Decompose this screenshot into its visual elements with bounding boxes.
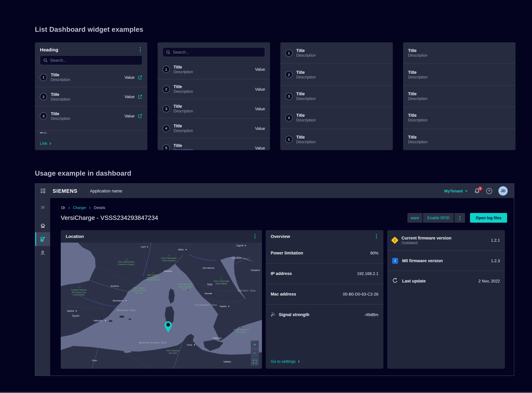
tenant-selector[interactable]: MyTenant bbox=[444, 189, 468, 193]
list-item[interactable]: TitleDescription bbox=[403, 107, 516, 128]
user-avatar[interactable]: JD bbox=[498, 186, 508, 196]
chevron-down-icon bbox=[465, 190, 468, 192]
map-label-park: Parco NazionaleGran Paradiso bbox=[161, 257, 177, 262]
list-item[interactable]: 1TitleDescriptionValue bbox=[35, 68, 147, 87]
widget-footer-link[interactable]: Link bbox=[40, 141, 51, 146]
item-number-badge: 1 bbox=[163, 66, 170, 73]
item-title: Title bbox=[51, 73, 70, 77]
list-item[interactable]: 4TitleDescription bbox=[280, 107, 393, 128]
list-item[interactable]: 3TitleDescription bbox=[280, 85, 393, 107]
map-label-sea: Balearic Sea bbox=[117, 309, 135, 312]
sidebar-item-home[interactable] bbox=[35, 219, 50, 232]
map-city-dot bbox=[76, 310, 77, 311]
list-item[interactable]: 2TitleDescriptionValue bbox=[35, 87, 147, 106]
list-item[interactable]: 5TitleDescription bbox=[280, 128, 393, 150]
map-canvas[interactable]: Balearic SeaTyrrhenian SeaAdriatic SeaMe… bbox=[61, 243, 262, 369]
sidebar-expand-button[interactable] bbox=[35, 201, 50, 214]
item-title: Title bbox=[51, 92, 70, 97]
kebab-menu-icon[interactable] bbox=[137, 47, 143, 52]
firmware-value: 1.2.1 bbox=[491, 238, 500, 243]
go-to-settings-link[interactable]: Go to settings bbox=[271, 359, 300, 364]
search-icon bbox=[166, 50, 170, 54]
sidebar-item-charger[interactable] bbox=[35, 232, 50, 246]
list-item[interactable]: 1TitleDescriptionValue bbox=[158, 59, 270, 79]
double-chevron-right-icon bbox=[40, 205, 45, 210]
list-item[interactable]: TitleDescription bbox=[403, 85, 516, 107]
page-actions: ware Enable RFID Open log files bbox=[407, 213, 507, 223]
item-value: Value bbox=[255, 106, 265, 111]
kebab-menu-icon[interactable] bbox=[374, 234, 379, 239]
external-link-icon[interactable] bbox=[138, 75, 142, 79]
breadcrumb-root-icon[interactable] bbox=[61, 206, 65, 210]
app-launcher-icon[interactable] bbox=[41, 189, 45, 193]
item-description: Description bbox=[51, 78, 70, 82]
item-title: Title bbox=[408, 113, 428, 118]
list-item[interactable]: TitleDescription bbox=[403, 128, 516, 150]
item-number-badge: 5 bbox=[285, 136, 292, 143]
item-title: Title bbox=[296, 70, 316, 75]
list-item[interactable]: 4TitleDescriptionValue bbox=[158, 118, 270, 138]
item-number-badge: 3 bbox=[285, 93, 292, 100]
item-title: Title bbox=[408, 48, 428, 53]
list-item[interactable]: 3TitleDescriptionValue bbox=[158, 99, 270, 118]
firmware-row: iM0 firmware version1.2.3 bbox=[387, 250, 505, 271]
list-item[interactable]: 5TitleDescriptionValue bbox=[158, 138, 270, 150]
item-value: Value bbox=[255, 146, 265, 150]
chevron-right-icon bbox=[68, 206, 70, 209]
more-actions-kebab-icon[interactable] bbox=[455, 213, 465, 223]
chevron-right-icon bbox=[298, 360, 300, 363]
map-city-dot bbox=[211, 293, 212, 294]
item-description: Description bbox=[51, 116, 70, 121]
list-item[interactable]: TitleDescription bbox=[403, 64, 516, 85]
fullscreen-button[interactable] bbox=[251, 358, 259, 366]
item-number-badge: 1 bbox=[285, 49, 292, 57]
item-description: Description bbox=[408, 118, 428, 123]
item-title: Title bbox=[173, 65, 193, 69]
map-label-city: Sarajevo bbox=[251, 269, 260, 271]
item-description: Description bbox=[408, 75, 428, 79]
search-input[interactable] bbox=[173, 50, 262, 54]
map-label-city: Valletta bbox=[223, 360, 231, 363]
question-mark-icon: ? bbox=[486, 188, 492, 194]
external-link-icon[interactable] bbox=[138, 114, 142, 118]
kebab-menu-icon[interactable] bbox=[252, 234, 258, 239]
item-value: Value bbox=[255, 87, 265, 91]
list-item[interactable]: 3TitleDescriptionValue bbox=[35, 106, 147, 126]
breadcrumb-details: Details bbox=[94, 206, 105, 210]
search-icon bbox=[43, 58, 48, 62]
item-number-badge: 5 bbox=[163, 144, 170, 150]
external-link-icon[interactable] bbox=[138, 94, 142, 99]
map-label-sea: Tyrrhenian Sea bbox=[195, 304, 217, 306]
map-zoom-controls: + − bbox=[251, 341, 259, 366]
overview-row: Mac address00-B0-D0-63-C2-26 bbox=[266, 284, 384, 304]
zoom-out-button[interactable]: − bbox=[251, 349, 259, 357]
notifications-button[interactable]: 1 bbox=[474, 188, 480, 194]
list-item[interactable]: 2TitleDescriptionValue bbox=[158, 79, 270, 99]
overview-value: 00-B0-D0-63-C2-26 bbox=[343, 292, 379, 296]
list-item[interactable]: 2TitleDescription bbox=[280, 64, 393, 85]
update-firmware-button-clipped[interactable]: ware bbox=[407, 213, 422, 223]
firmware-status: Outdated bbox=[401, 241, 452, 245]
page-title: VersiCharge - VSSS234293847234 bbox=[61, 214, 158, 221]
map-label-city: Tunis bbox=[187, 344, 192, 346]
item-number-badge: 4 bbox=[285, 114, 292, 122]
list-item[interactable]: TitleDescription bbox=[403, 42, 516, 64]
zoom-in-button[interactable]: + bbox=[251, 341, 259, 349]
map-label-park: Parc naturelrégional de laSainte-Baume bbox=[146, 274, 160, 281]
map-label-city: Andorra bbox=[111, 285, 119, 287]
map-label-city: Rome bbox=[205, 292, 211, 295]
breadcrumb-charger[interactable]: Charger bbox=[73, 206, 86, 210]
map-city-dot bbox=[228, 306, 229, 307]
map-label-country: Spain bbox=[72, 314, 79, 317]
search-input[interactable] bbox=[50, 58, 139, 63]
enable-rfid-button[interactable]: Enable RFID bbox=[423, 213, 454, 223]
item-description: Description bbox=[173, 89, 193, 94]
help-button[interactable]: ? bbox=[486, 188, 492, 194]
overview-label: Signal strength bbox=[279, 312, 310, 317]
map-label-city: Barcelona bbox=[113, 299, 123, 302]
open-log-files-button[interactable]: Open log files bbox=[470, 213, 507, 223]
list-item[interactable]: 1TitleDescription bbox=[280, 42, 393, 64]
sidebar-item-users[interactable] bbox=[35, 246, 50, 260]
map-label-city: Lyon bbox=[141, 246, 146, 248]
overview-row: Power limitation80% bbox=[266, 243, 384, 263]
